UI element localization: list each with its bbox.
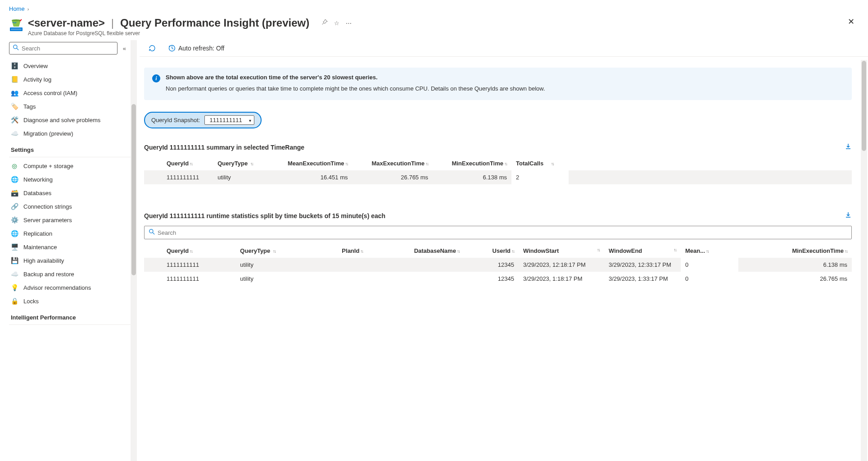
title-separator: |	[111, 17, 114, 29]
more-icon[interactable]: ⋯	[346, 20, 352, 27]
pin-icon[interactable]	[321, 19, 328, 27]
chevron-right-icon: ›	[27, 6, 29, 12]
close-icon[interactable]: ✕	[843, 17, 859, 27]
col-max[interactable]: MaxExecutionTime↑↓	[352, 156, 433, 170]
sidebar-item-label: Compute + storage	[23, 163, 73, 169]
rcol-mean[interactable]: Mean...↑↓	[681, 244, 738, 258]
info-body: Non performant queries or queries that t…	[166, 85, 545, 92]
col-queryid[interactable]: QueryId↑↓	[162, 156, 213, 170]
sidebar-item-label: Diagnose and solve problems	[23, 117, 100, 123]
runtime-search[interactable]	[144, 226, 852, 239]
sidebar-item[interactable]: 🗄️Overview	[9, 59, 131, 73]
sidebar-item-icon: 🏷️	[11, 103, 18, 110]
sidebar-item-icon: 🔒	[11, 297, 18, 305]
sidebar-item-label: Access control (IAM)	[23, 90, 77, 96]
col-mean[interactable]: MeanExecutionTime↑↓	[267, 156, 352, 170]
sidebar-item[interactable]: 👥Access control (IAM)	[9, 86, 131, 100]
content-scrollbar[interactable]	[861, 60, 867, 461]
sidebar-scrollbar[interactable]	[131, 40, 137, 461]
refresh-button[interactable]	[149, 45, 156, 52]
sidebar-item-icon: ☁️	[11, 270, 18, 278]
svg-point-6	[149, 229, 153, 233]
download-runtime-icon[interactable]	[845, 211, 852, 220]
sidebar-item-icon: 🗄️	[11, 62, 18, 69]
sidebar-item[interactable]: 🔒Locks	[9, 294, 131, 308]
svg-line-7	[153, 233, 154, 234]
sidebar-item[interactable]: ☁️Backup and restore	[9, 267, 131, 281]
sidebar-item-label: Tags	[23, 103, 36, 110]
sidebar-item-icon: 💡	[11, 284, 18, 291]
sidebar-item-icon: 🛠️	[11, 116, 18, 123]
sidebar-item[interactable]: 🖥️Maintenance	[9, 240, 131, 254]
sidebar-item[interactable]: 🌐Networking	[9, 173, 131, 186]
sidebar-item-icon: 💾	[11, 257, 18, 264]
sidebar-item[interactable]: ◎Compute + storage	[9, 159, 131, 173]
rcol-min[interactable]: MinExecutionTime↑↓	[738, 244, 852, 258]
svg-rect-1	[11, 28, 22, 30]
rcol-querytype[interactable]: QueryType ↑↓	[235, 244, 314, 258]
sidebar-search[interactable]	[9, 42, 118, 55]
svg-point-2	[12, 19, 21, 21]
runtime-search-input[interactable]	[158, 229, 847, 236]
sidebar-item[interactable]: 🛠️Diagnose and solve problems	[9, 113, 131, 127]
col-min[interactable]: MinExecutionTime↑↓	[433, 156, 511, 170]
sidebar-item[interactable]: 🌐Replication	[9, 227, 131, 240]
summary-table: QueryId↑↓ QueryType ↑↓ MeanExecutionTime…	[144, 156, 852, 184]
sidebar-item[interactable]: 🔗Connection strings	[9, 200, 131, 213]
snapshot-value: 1111111111	[209, 117, 242, 123]
star-icon[interactable]: ☆	[334, 20, 339, 27]
rcol-queryid[interactable]: QueryId↑↓	[162, 244, 235, 258]
search-icon	[149, 229, 155, 236]
sidebar-item[interactable]: ⚙️Server parameters	[9, 213, 131, 227]
svg-point-3	[14, 45, 17, 49]
summary-heading: QueryId 1111111111 summary in selected T…	[144, 144, 304, 151]
auto-refresh-button[interactable]: Auto refresh: Off	[168, 45, 224, 52]
rcol-planid[interactable]: PlanId↑↓	[314, 244, 368, 258]
download-summary-icon[interactable]	[845, 143, 852, 152]
breadcrumb-home[interactable]: Home	[9, 5, 25, 12]
rcol-wend[interactable]: WindowEnd↑↓	[604, 244, 681, 258]
sidebar-item-icon: 🗃️	[11, 189, 18, 196]
server-name-title: <server-name>	[28, 17, 105, 29]
sidebar-item-icon: 📒	[11, 76, 18, 83]
summary-row[interactable]: 1111111111 utility 16.451 ms 26.765 ms 6…	[144, 170, 852, 184]
sidebar-scrollbar-thumb[interactable]	[131, 104, 136, 275]
content-toolbar: Auto refresh: Off	[140, 40, 868, 57]
sidebar-item[interactable]: ☁️Migration (preview)	[9, 127, 131, 140]
sidebar-item-icon: ◎	[11, 162, 18, 169]
sidebar-search-input[interactable]	[22, 45, 113, 52]
page-header: <server-name> | Query Performance Insigh…	[0, 15, 868, 40]
runtime-row[interactable]: 1111111111 utility 12345 3/29/2023, 12:1…	[144, 258, 852, 272]
postgresql-server-icon	[9, 18, 23, 33]
runtime-heading: QueryId 1111111111 runtime statistics sp…	[144, 212, 385, 219]
runtime-table: QueryId↑↓ QueryType ↑↓ PlanId↑↓ Database…	[144, 244, 852, 286]
resource-type-subtitle: Azure Database for PostgreSQL flexible s…	[28, 30, 843, 37]
chevron-down-icon: ▾	[249, 118, 251, 123]
search-icon	[13, 45, 19, 52]
collapse-sidebar-icon[interactable]: «	[123, 45, 126, 52]
sidebar-item-label: Overview	[23, 63, 48, 69]
sidebar-item-label: Migration (preview)	[23, 130, 73, 137]
sidebar-item[interactable]: 🗃️Databases	[9, 186, 131, 200]
sidebar-section-intelligent: Intelligent Performance	[9, 308, 131, 324]
snapshot-dropdown[interactable]: 1111111111 ▾	[204, 115, 254, 125]
auto-refresh-label: Auto refresh: Off	[178, 45, 224, 52]
sidebar-item[interactable]: 💾High availability	[9, 254, 131, 267]
queryid-snapshot-filter: QueryId Snapshot: 1111111111 ▾	[144, 112, 262, 128]
rcol-db[interactable]: DatabaseName↑↓	[367, 244, 464, 258]
runtime-row[interactable]: 1111111111 utility 12345 3/29/2023, 1:18…	[144, 272, 852, 286]
sidebar-item[interactable]: 🏷️Tags	[9, 100, 131, 113]
page-title: Query Performance Insight (preview)	[120, 17, 309, 29]
col-total[interactable]: TotalCalls ↑↓	[511, 156, 569, 170]
content-scrollbar-thumb[interactable]	[862, 61, 866, 151]
sidebar-item-icon: ⚙️	[11, 216, 18, 224]
col-querytype[interactable]: QueryType ↑↓	[213, 156, 267, 170]
sidebar-item[interactable]: 💡Advisor recommendations	[9, 281, 131, 294]
rcol-user[interactable]: UserId↑↓	[464, 244, 519, 258]
sidebar-item-icon: ☁️	[11, 130, 18, 137]
sidebar-item-label: Server parameters	[23, 217, 72, 224]
sidebar-item[interactable]: 📒Activity log	[9, 73, 131, 86]
sidebar-item-label: Replication	[23, 230, 52, 237]
rcol-wstart[interactable]: WindowStart↑↓	[519, 244, 604, 258]
sidebar-item-icon: 🔗	[11, 203, 18, 210]
